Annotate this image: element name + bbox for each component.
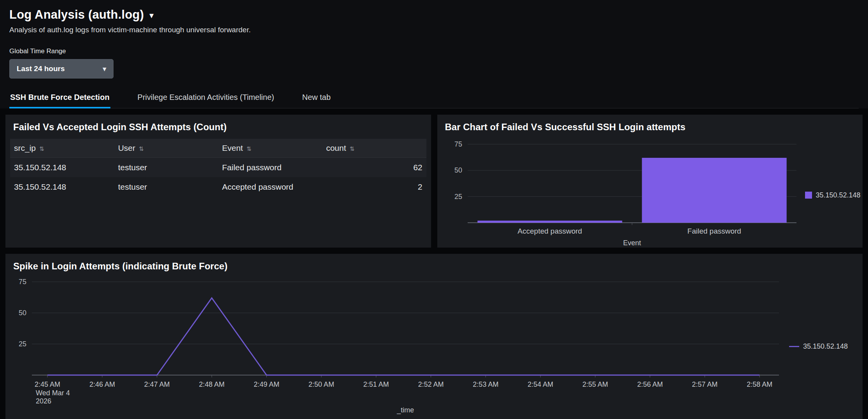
svg-text:2:54 AM: 2:54 AM — [527, 381, 553, 388]
line-chart-legend: 35.150.52.148 — [789, 342, 848, 351]
svg-text:2:46 AM: 2:46 AM — [89, 381, 115, 388]
panel-title: Failed Vs Accepted Login SSH Attempts (C… — [5, 115, 431, 136]
svg-text:Event: Event — [623, 239, 641, 247]
table-row[interactable]: 35.150.52.148 testuser Failed password 6… — [10, 158, 426, 178]
line-chart[interactable]: 2550752:45 AM2:46 AM2:47 AM2:48 AM2:49 A… — [8, 275, 785, 418]
column-header-event[interactable]: Event⇅ — [218, 139, 322, 158]
legend-label: 35.150.52.148 — [803, 342, 848, 351]
svg-text:2:47 AM: 2:47 AM — [144, 381, 170, 388]
svg-text:50: 50 — [19, 309, 26, 317]
svg-text:2:57 AM: 2:57 AM — [692, 381, 718, 388]
tab-privilege-escalation-activities[interactable]: Privilege Escalation Activities (Timelin… — [137, 93, 275, 108]
column-header-src-ip[interactable]: src_ip⇅ — [10, 139, 114, 158]
bar-chart-area: 255075Accepted passwordFailed passwordEv… — [437, 136, 863, 248]
svg-text:2:58 AM: 2:58 AM — [747, 381, 772, 388]
tab-label: New tab — [302, 93, 330, 101]
svg-text:75: 75 — [454, 140, 462, 148]
svg-text:25: 25 — [19, 340, 26, 348]
svg-text:2:56 AM: 2:56 AM — [637, 381, 663, 388]
cell-count: 62 — [322, 158, 426, 178]
title-row: Log Analysis (auth.log) ▾ — [9, 8, 859, 22]
svg-text:2:48 AM: 2:48 AM — [199, 381, 225, 388]
sort-icon[interactable]: ⇅ — [39, 145, 44, 152]
panel-title: Spike in Login Attempts (indicating Brut… — [5, 254, 863, 275]
table-row[interactable]: 35.150.52.148 testuser Accepted password… — [10, 177, 426, 197]
cell-user: testuser — [114, 177, 218, 197]
svg-text:2:51 AM: 2:51 AM — [363, 381, 389, 388]
page-title: Log Analysis (auth.log) — [9, 8, 144, 22]
tab-bar: SSH Brute Force Detection Privilege Esca… — [9, 93, 859, 108]
column-header-count[interactable]: count⇅ — [322, 139, 426, 158]
svg-text:_time: _time — [396, 406, 414, 414]
sort-icon[interactable]: ⇅ — [139, 145, 144, 152]
column-header-user[interactable]: User⇅ — [114, 139, 218, 158]
time-range-label: Global Time Range — [9, 47, 859, 55]
page-subtitle: Analysis of auth.log logs from victim-ma… — [9, 26, 859, 34]
tab-label: SSH Brute Force Detection — [10, 93, 110, 101]
bar-chart[interactable]: 255075Accepted passwordFailed passwordEv… — [440, 136, 801, 248]
bar-chart-legend: 35.150.52.148 — [805, 191, 861, 199]
cell-src-ip: 35.150.52.148 — [10, 177, 114, 197]
tab-ssh-brute-force-detection[interactable]: SSH Brute Force Detection — [9, 93, 110, 108]
svg-text:2026: 2026 — [36, 397, 51, 405]
svg-text:50: 50 — [454, 166, 462, 174]
svg-text:2:53 AM: 2:53 AM — [473, 381, 498, 388]
tab-new-tab[interactable]: New tab — [301, 93, 331, 108]
cell-event: Failed password — [218, 158, 322, 178]
cell-count: 2 — [322, 177, 426, 197]
svg-text:2:49 AM: 2:49 AM — [254, 381, 279, 388]
svg-text:2:52 AM: 2:52 AM — [418, 381, 444, 388]
svg-text:2:45 AM: 2:45 AM — [35, 381, 60, 388]
cell-event: Accepted password — [218, 177, 322, 197]
svg-text:Wed Mar 4: Wed Mar 4 — [36, 389, 70, 397]
dropdown-caret-down-icon: ▾ — [103, 65, 106, 73]
table-header-row: src_ip⇅ User⇅ Event⇅ count⇅ — [10, 139, 426, 158]
legend-swatch-icon — [805, 192, 812, 199]
time-range-dropdown[interactable]: Last 24 hours ▾ — [9, 59, 114, 79]
svg-text:Failed password: Failed password — [687, 227, 741, 235]
panel-failed-vs-accepted-table: Failed Vs Accepted Login SSH Attempts (C… — [5, 115, 431, 248]
dashboard-content: Failed Vs Accepted Login SSH Attempts (C… — [0, 108, 868, 419]
cell-src-ip: 35.150.52.148 — [10, 158, 114, 178]
svg-text:2:50 AM: 2:50 AM — [309, 381, 334, 388]
panel-title: Bar Chart of Failed Vs Successful SSH Lo… — [437, 115, 863, 136]
legend-label: 35.150.52.148 — [816, 191, 861, 199]
panel-line-chart: Spike in Login Attempts (indicating Brut… — [5, 254, 863, 419]
results-table: src_ip⇅ User⇅ Event⇅ count⇅ — [10, 139, 426, 197]
svg-text:25: 25 — [454, 193, 462, 201]
svg-text:75: 75 — [19, 278, 26, 286]
legend-swatch-icon — [789, 346, 799, 347]
dashboard-header: Log Analysis (auth.log) ▾ Analysis of au… — [0, 0, 868, 108]
time-range-value: Last 24 hours — [17, 65, 65, 73]
tab-label: Privilege Escalation Activities (Timelin… — [138, 93, 274, 101]
sort-icon[interactable]: ⇅ — [349, 145, 355, 152]
svg-text:2:55 AM: 2:55 AM — [582, 381, 608, 388]
svg-text:Accepted password: Accepted password — [517, 227, 582, 235]
title-caret-down-icon[interactable]: ▾ — [149, 10, 154, 20]
cell-user: testuser — [114, 158, 218, 178]
dashboard: Log Analysis (auth.log) ▾ Analysis of au… — [0, 0, 868, 419]
line-chart-area: 2550752:45 AM2:46 AM2:47 AM2:48 AM2:49 A… — [5, 275, 863, 418]
panel-bar-chart: Bar Chart of Failed Vs Successful SSH Lo… — [437, 115, 863, 248]
sort-icon[interactable]: ⇅ — [246, 145, 251, 152]
